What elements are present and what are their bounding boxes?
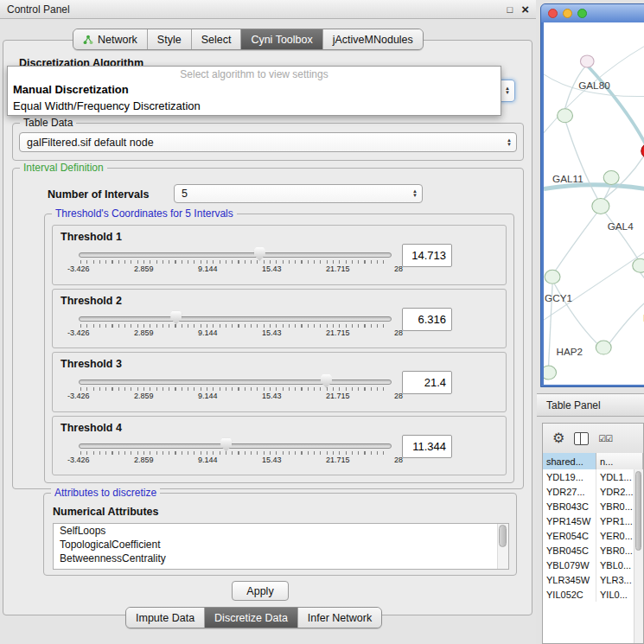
gear-icon[interactable]: ⚙: [552, 431, 564, 445]
table-row[interactable]: YDL19...YDL1...: [543, 469, 634, 484]
network-window-titlebar[interactable]: [541, 4, 644, 22]
slider-track[interactable]: [79, 252, 392, 258]
slider-track[interactable]: [79, 379, 392, 385]
table-cell[interactable]: YPR1...: [596, 513, 634, 528]
table-row[interactable]: YLR345WYLR3...: [543, 572, 634, 587]
tick-label: 9.144: [198, 328, 218, 337]
threshold-slider[interactable]: -3.4262.8599.14415.4321.71528: [79, 246, 392, 276]
close-panel-icon[interactable]: ×: [521, 3, 529, 16]
threshold-slider[interactable]: -3.4262.8599.14415.4321.71528: [79, 373, 392, 403]
svg-text:GAL80: GAL80: [578, 80, 609, 90]
table-cell[interactable]: YIL0...: [596, 587, 634, 602]
table-cell[interactable]: YBR045C: [543, 543, 596, 558]
select-columns-icon[interactable]: ☑☑: [598, 434, 612, 443]
slider-thumb[interactable]: [220, 438, 232, 452]
interval-definition-group: Interval Definition Number of Intervals …: [12, 168, 524, 489]
table-cell[interactable]: YLR3...: [596, 572, 634, 587]
table-scrollbar[interactable]: [634, 469, 643, 643]
tab-discretize-data[interactable]: Discretize Data: [205, 608, 298, 628]
tab-label: Impute Data: [136, 612, 194, 624]
table-cell[interactable]: YDR2...: [596, 484, 634, 499]
table-cell[interactable]: YBL079W: [543, 558, 596, 572]
column-header-shared-name[interactable]: shared...: [543, 453, 596, 469]
tick-label: -3.426: [67, 328, 90, 337]
number-of-intervals-select[interactable]: 5 ▲▼: [174, 184, 423, 203]
slider-track[interactable]: [79, 316, 392, 322]
table-cell[interactable]: YBR043C: [543, 499, 596, 513]
table-row[interactable]: YER054CYER0...: [543, 528, 634, 543]
tick-label: 15.43: [262, 392, 282, 400]
tab-network[interactable]: Network: [73, 29, 148, 49]
table-row[interactable]: YIL052CYIL0...: [543, 587, 634, 602]
table-toolbar: ⚙ ☑☑: [543, 424, 643, 454]
table-cell[interactable]: YBL0...: [596, 558, 634, 572]
threshold-slider[interactable]: -3.4262.8599.14415.4321.71528: [79, 310, 392, 340]
attribute-item[interactable]: BetweennessCentrality: [54, 552, 508, 565]
columns-icon[interactable]: [574, 432, 589, 445]
tab-jactivemodules[interactable]: jActiveMNodules: [323, 29, 423, 49]
slider-tick-labels: -3.4262.8599.14415.4321.71528: [67, 328, 403, 337]
float-window-icon[interactable]: □: [507, 5, 513, 15]
slider-track[interactable]: [79, 443, 392, 449]
algorithm-option-equal-width[interactable]: Equal Width/Frequency Discretization: [8, 98, 501, 114]
attributes-scrollbar[interactable]: [497, 524, 508, 569]
table-row[interactable]: YBR045CYBR0...: [543, 543, 634, 558]
table-cell[interactable]: YDL1...: [596, 469, 634, 484]
tab-label: Select: [201, 34, 232, 46]
threshold-panel: Threshold 2-3.4262.8599.14415.4321.71528…: [52, 289, 507, 349]
attributes-list[interactable]: SelfLoopsTopologicalCoefficientBetweenne…: [53, 523, 509, 570]
table-cell[interactable]: YBR0...: [596, 543, 634, 558]
interval-definition-title: Interval Definition: [20, 162, 107, 174]
combo-stepper-icon: ▲▼: [505, 86, 510, 95]
table-row[interactable]: YBR043CYBR0...: [543, 499, 634, 513]
control-panel-tab-bar: Network Style Select Cyni Toolbox jActiv…: [73, 29, 424, 50]
table-cell[interactable]: YBR0...: [596, 499, 634, 513]
threshold-panel: Threshold 3-3.4262.8599.14415.4321.71528…: [52, 352, 507, 412]
attributes-group: Attributes to discretize Numerical Attri…: [43, 493, 517, 576]
table-cell[interactable]: YDR27...: [543, 484, 596, 499]
table-row[interactable]: YDR27...YDR2...: [543, 484, 634, 499]
network-canvas[interactable]: GAL80GAL11GAL4GCY1HAP2GAH: [544, 22, 644, 385]
svg-text:GAL4: GAL4: [608, 222, 634, 232]
table-cell[interactable]: YDL19...: [543, 469, 596, 484]
table-data-select[interactable]: galFiltered.sif default node ▲▼: [19, 132, 517, 152]
scrollbar-thumb[interactable]: [499, 525, 507, 547]
table-cell[interactable]: YPR145W: [543, 513, 596, 528]
algorithm-option-manual[interactable]: Manual Discretization: [8, 81, 501, 98]
thresholds-title: Threshold's Coordinates for 5 Intervals: [52, 207, 237, 220]
minimize-traffic-light-icon[interactable]: [563, 9, 572, 18]
tab-cyni-toolbox[interactable]: Cyni Toolbox: [241, 29, 322, 49]
table-row[interactable]: YBL079WYBL0...: [543, 558, 634, 572]
threshold-value-field[interactable]: 6.316: [402, 308, 452, 331]
tick-label: 21.715: [326, 456, 350, 464]
tab-infer-network[interactable]: Infer Network: [298, 608, 381, 628]
tab-impute-data[interactable]: Impute Data: [126, 608, 205, 628]
slider-thumb[interactable]: [321, 374, 332, 388]
number-of-intervals-label: Number of Intervals: [48, 188, 149, 201]
apply-button[interactable]: Apply: [232, 581, 289, 601]
table-cell[interactable]: YER0...: [596, 528, 634, 543]
threshold-label: Threshold 3: [61, 358, 122, 370]
table-cell[interactable]: YLR345W: [543, 572, 596, 587]
table-cell[interactable]: YER054C: [543, 528, 596, 543]
table-row[interactable]: YPR145WYPR1...: [543, 513, 634, 528]
threshold-value-field[interactable]: 11.344: [402, 435, 452, 458]
column-header-name[interactable]: n...: [596, 453, 643, 469]
threshold-value-field[interactable]: 21.4: [402, 371, 452, 394]
table-data-group: Table Data galFiltered.sif default node …: [12, 123, 524, 161]
threshold-slider[interactable]: -3.4262.8599.14415.4321.71528: [79, 437, 392, 467]
zoom-traffic-light-icon[interactable]: [577, 9, 587, 18]
tab-style[interactable]: Style: [148, 29, 192, 49]
table-cell[interactable]: YIL052C: [543, 587, 596, 602]
close-traffic-light-icon[interactable]: [548, 9, 558, 18]
attribute-item[interactable]: TopologicalCoefficient: [54, 538, 508, 552]
slider-thumb[interactable]: [170, 311, 182, 325]
slider-thumb[interactable]: [254, 247, 265, 261]
number-of-intervals-value: 5: [182, 188, 188, 200]
tab-select[interactable]: Select: [192, 29, 242, 49]
table-scrollbar-thumb[interactable]: [635, 471, 641, 551]
tab-label: jActiveMNodules: [333, 34, 413, 46]
screen: Control Panel □ × Network Style Select C…: [0, 0, 644, 644]
attribute-item[interactable]: SelfLoops: [54, 524, 508, 538]
threshold-value-field[interactable]: 14.713: [402, 244, 452, 267]
